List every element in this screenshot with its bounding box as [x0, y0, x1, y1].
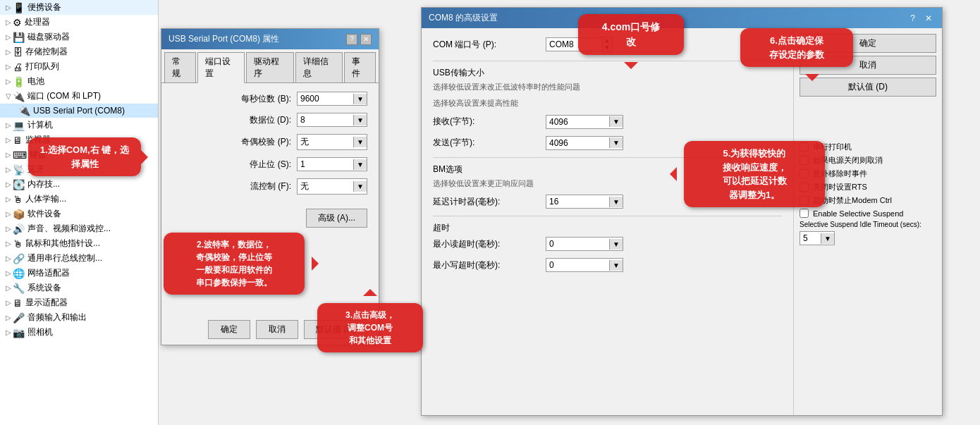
advanced-body: COM 端口号 (P): ▲ ▼ USB传输大小 选择较低设置来改正低波特率时的… — [422, 28, 942, 415]
parity-row: 奇偶校验 (P): 无 ▼ — [173, 134, 367, 150]
checkbox-selective-suspend-input[interactable] — [800, 209, 809, 218]
annotation-bubble-4: 4.com口号修改 — [578, 14, 684, 55]
monitor-icon: 🖥 — [13, 135, 23, 146]
tree-item-print-queue[interactable]: ▷ 🖨 打印队列 — [0, 59, 158, 74]
system-icon: 🔧 — [13, 283, 25, 294]
tab-events[interactable]: 事件 — [344, 52, 376, 82]
tree-item-cpu[interactable]: ▷ ⚙ 处理器 — [0, 15, 158, 30]
tab-bar: 常规 端口设置 驱动程序 详细信息 事件 — [161, 49, 379, 83]
data-bits-dropdown-arrow[interactable]: ▼ — [353, 115, 367, 125]
receive-dropdown-arrow[interactable]: ▼ — [609, 116, 623, 127]
tree-item-memory[interactable]: ▷ 💽 内存技... — [0, 177, 158, 192]
tree-item-display[interactable]: ▷ 🖥 显示适配器 — [0, 295, 158, 310]
tree-arrow: ▷ — [6, 299, 11, 307]
advanced-dialog: COM8 的高级设置 ? ✕ COM 端口号 (P): ▲ ▼ USB传输大 — [421, 7, 943, 416]
tree-item-hid[interactable]: ▷ 🖱 人体学输... — [0, 192, 158, 207]
parity-dropdown-arrow[interactable]: ▼ — [353, 137, 367, 147]
timeout-dropdown-arrow[interactable]: ▼ — [821, 233, 834, 244]
display-icon: 🖥 — [13, 297, 23, 309]
tree-arrow: ▷ — [6, 195, 11, 203]
baud-dropdown-arrow[interactable]: ▼ — [353, 94, 367, 104]
tree-item-camera[interactable]: ▷ 📷 照相机 — [0, 325, 158, 340]
baud-rate-select[interactable]: 9600 ▼ — [297, 92, 367, 106]
delay-dropdown-arrow[interactable]: ▼ — [609, 197, 623, 207]
timeout-select[interactable]: 5 ▼ — [800, 231, 835, 245]
min-write-dropdown-arrow[interactable]: ▼ — [609, 260, 623, 271]
tree-item-storage[interactable]: ▷ 🗄 存储控制器 — [0, 44, 158, 59]
properties-dialog-title: USB Serial Port (COM8) 属性 ? ✕ — [161, 29, 379, 49]
tree-arrow: ▷ — [6, 240, 11, 247]
computer-icon: 💻 — [13, 120, 25, 131]
mouse-icon: 🖱 — [13, 238, 23, 250]
tree-item-system[interactable]: ▷ 🔧 系统设备 — [0, 281, 158, 295]
close-button-prop[interactable]: ✕ — [360, 34, 372, 45]
checkbox-selective-suspend: Enable Selective Suspend — [800, 209, 936, 218]
min-write-select[interactable]: 0 ▼ — [546, 258, 623, 272]
annotation-bubble-1: 1.选择COM,右 键，选择属性 — [28, 137, 141, 176]
tree-item-battery[interactable]: ▷ 🔋 电池 — [0, 74, 158, 89]
receive-select[interactable]: 4096 ▼ — [546, 115, 623, 129]
cancel-button-prop[interactable]: 取消 — [256, 320, 298, 339]
tree-item-portable[interactable]: ▷ 📱 便携设备 — [0, 0, 158, 15]
annotation-bubble-2: 2.波特率，数据位，奇偶校验，停止位等一般要和应用软件的串口参数保持一致。 — [164, 233, 305, 295]
tab-port-settings[interactable]: 端口设置 — [197, 52, 245, 83]
tab-details[interactable]: 详细信息 — [295, 52, 343, 82]
tab-driver[interactable]: 驱动程序 — [246, 52, 294, 82]
advanced-button[interactable]: 高级 (A)... — [306, 209, 367, 228]
tree-item-audio[interactable]: ▷ 🎤 音频输入和输出 — [0, 310, 158, 325]
flow-control-row: 流控制 (F): 无 ▼ — [173, 178, 367, 195]
properties-dialog: USB Serial Port (COM8) 属性 ? ✕ 常规 端口设置 驱动… — [161, 28, 379, 345]
keyboard-icon: ⌨ — [13, 149, 27, 161]
tree-arrow: ▷ — [6, 33, 11, 41]
close-button-adv[interactable]: ✕ — [922, 13, 935, 23]
annotation-bubble-6: 6.点击确定保存设定的参数 — [740, 28, 853, 67]
usb-icon: 🔗 — [13, 253, 25, 264]
tree-item-sound[interactable]: ▷ 🔊 声音、视频和游戏控... — [0, 221, 158, 236]
help-button-prop[interactable]: ? — [346, 34, 357, 45]
delay-timer-select[interactable]: 16 ▼ — [546, 195, 623, 209]
tree-item-software[interactable]: ▷ 📦 软件设备 — [0, 207, 158, 221]
tree-item-mouse[interactable]: ▷ 🖱 鼠标和其他指针设... — [0, 236, 158, 251]
data-bits-row: 数据位 (D): 8 ▼ — [173, 113, 367, 127]
flow-dropdown-arrow[interactable]: ▼ — [353, 181, 367, 192]
tree-arrow: ▷ — [6, 166, 11, 173]
tree-arrow: ▽ — [6, 92, 11, 100]
software-icon: 📦 — [13, 209, 25, 220]
tree-arrow: ▷ — [6, 328, 11, 336]
tree-item-usb[interactable]: ▷ 🔗 通用串行总线控制... — [0, 251, 158, 266]
bluetooth-icon: 📡 — [13, 164, 25, 175]
baud-rate-row: 每秒位数 (B): 9600 ▼ — [173, 92, 367, 106]
tree-item-computer[interactable]: ▷ 💻 计算机 — [0, 118, 158, 133]
tree-arrow: ▷ — [6, 4, 11, 11]
annotation-bubble-5: 5.为获得较快的接收响应速度，可以把延迟计数器调整为1。 — [684, 141, 825, 207]
stop-bits-dropdown-arrow[interactable]: ▼ — [353, 159, 367, 170]
defaults-button-adv[interactable]: 默认值 (D) — [800, 78, 936, 97]
tree-item-ports[interactable]: ▽ 🔌 端口 (COM 和 LPT) — [0, 89, 158, 104]
flow-control-select[interactable]: 无 ▼ — [297, 178, 367, 195]
tree-item-usb-serial[interactable]: 🔌 USB Serial Port (COM8) — [0, 104, 158, 118]
parity-select[interactable]: 无 ▼ — [297, 134, 367, 150]
send-dropdown-arrow[interactable]: ▼ — [609, 137, 623, 148]
data-bits-select[interactable]: 8 ▼ — [297, 113, 367, 127]
ok-button-prop[interactable]: 确定 — [208, 320, 250, 339]
tree-arrow: ▷ — [6, 48, 11, 56]
tree-arrow: ▷ — [6, 225, 11, 233]
tree-arrow: ▷ — [6, 284, 11, 292]
send-select[interactable]: 4096 ▼ — [546, 136, 623, 150]
min-read-dropdown-arrow[interactable]: ▼ — [609, 239, 623, 250]
tab-general[interactable]: 常规 — [164, 52, 196, 82]
stop-bits-select[interactable]: 1 ▼ — [297, 157, 367, 171]
usb-transfer-desc1: 选择较低设置来改正低波特率时的性能问题 — [433, 82, 782, 92]
help-button-adv[interactable]: ? — [907, 13, 918, 23]
tree-item-disk[interactable]: ▷ 💾 磁盘驱动器 — [0, 30, 158, 44]
timeout-title: 超时 — [433, 222, 782, 234]
min-read-select[interactable]: 0 ▼ — [546, 237, 623, 251]
advanced-left-section: COM 端口号 (P): ▲ ▼ USB传输大小 选择较低设置来改正低波特率时的… — [422, 28, 794, 415]
tree-arrow: ▷ — [6, 314, 11, 321]
tree-item-network[interactable]: ▷ 🌐 网络适配器 — [0, 266, 158, 281]
cpu-icon: ⚙ — [13, 17, 22, 28]
storage-icon: 🗄 — [13, 47, 23, 58]
tree-arrow: ▷ — [6, 151, 11, 159]
tree-arrow: ▷ — [6, 210, 11, 218]
tree-arrow: ▷ — [6, 121, 11, 129]
